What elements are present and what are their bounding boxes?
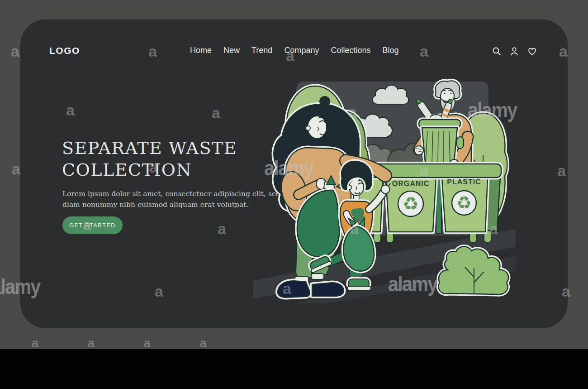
woman-shoe xyxy=(278,281,310,298)
plastic-label: PLASTIC xyxy=(447,178,481,186)
watermark: a xyxy=(12,161,20,177)
paragraph-line-1: Lorem ipsum dolor sit amet, consectetuer… xyxy=(62,188,280,199)
user-icon[interactable] xyxy=(509,46,519,56)
watermark: a xyxy=(200,337,206,349)
bush xyxy=(438,246,508,294)
heart-icon[interactable] xyxy=(527,46,537,56)
woman-shoe xyxy=(312,283,344,296)
get-started-button[interactable]: GET STARTED xyxy=(62,216,123,234)
attribution-bar: alamy Image ID: 2STKCRM www.alamy.com xyxy=(0,349,588,389)
organic-label: ORGANIC xyxy=(392,180,430,187)
nav-item-company[interactable]: Company xyxy=(284,46,319,55)
recycle-icon: ♻ xyxy=(456,193,472,213)
nav-item-new[interactable]: New xyxy=(223,46,240,55)
child-head xyxy=(341,161,372,196)
search-icon[interactable] xyxy=(492,46,502,56)
nav-item-blog[interactable]: Blog xyxy=(382,46,398,55)
watermark: a xyxy=(144,337,150,349)
main-nav: Home New Trend Company Collections Blog xyxy=(190,46,399,55)
watermark: a xyxy=(88,337,94,349)
watermark: a xyxy=(32,337,38,349)
paragraph-line-2: diam nonummy nibh euismod aliquam erat v… xyxy=(62,199,280,210)
site-logo[interactable]: LOGO xyxy=(49,45,80,56)
nav-item-home[interactable]: Home xyxy=(190,46,212,55)
header-icons xyxy=(492,46,537,56)
watermark: a xyxy=(11,43,19,59)
title-line-1: SEPARATE WASTE xyxy=(62,137,252,159)
page-title: SEPARATE WASTE COLLECTION xyxy=(62,137,252,181)
hero-paragraph: Lorem ipsum dolor sit amet, consectetuer… xyxy=(62,188,280,210)
recycle-icon: ♻ xyxy=(403,193,419,214)
title-line-2: COLLECTION xyxy=(62,159,252,181)
nav-item-collections[interactable]: Collections xyxy=(331,46,370,55)
waste-collection-illustration: ORGANIC PLASTIC ♻ ♻ xyxy=(253,72,516,303)
nav-item-trend[interactable]: Trend xyxy=(251,46,272,55)
